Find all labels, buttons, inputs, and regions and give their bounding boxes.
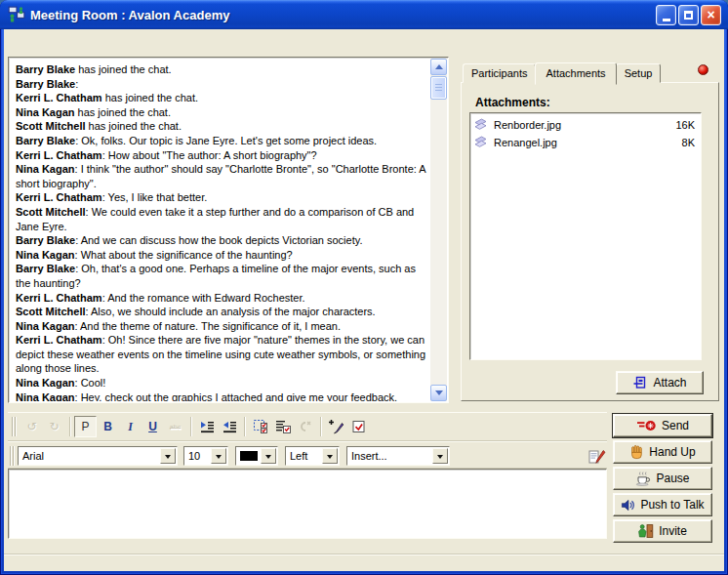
scroll-up-button[interactable] (430, 59, 447, 75)
push-to-talk-button[interactable]: Push to Talk (613, 493, 712, 516)
coffee-cup-icon (635, 471, 651, 486)
recording-indicator-dot (698, 64, 708, 75)
redo-button[interactable]: ↻ (43, 416, 65, 437)
chat-author: Nina Kagan (16, 391, 75, 401)
close-button[interactable]: × (701, 5, 721, 25)
checklist-button[interactable] (271, 416, 294, 437)
chat-message: Barry Blake: (16, 77, 426, 92)
strikethrough-button[interactable]: abc (164, 416, 186, 437)
insert-value: Insert... (347, 450, 431, 462)
font-size-select[interactable]: 10 (183, 446, 228, 466)
select-objects-button[interactable] (249, 416, 271, 437)
add-annotation-button[interactable] (325, 416, 347, 437)
chat-author: Kerri L. Chatham (16, 292, 102, 304)
underline-button[interactable]: U (142, 416, 164, 437)
chat-author: Nina Kagan (16, 249, 75, 261)
dropdown-arrow-icon[interactable] (432, 448, 448, 464)
toolbar-grip-handle[interactable] (10, 446, 15, 466)
chat-author: Kerri L. Chatham (16, 92, 102, 103)
dropdown-arrow-icon[interactable] (322, 448, 338, 464)
chat-message: Nina Kagan: Hey, check out the graphics … (16, 390, 426, 401)
attach-icon (632, 376, 648, 390)
scroll-down-button[interactable] (430, 385, 447, 401)
attach-button[interactable]: Attach (616, 371, 704, 394)
chat-message: Nina Kagan: Cool! (16, 376, 426, 390)
tab-setup[interactable]: Setup (616, 63, 662, 83)
paragraph-style-button[interactable]: P (74, 416, 97, 437)
attachment-row[interactable]: Renborder.jpg 16K (472, 116, 699, 134)
send-button[interactable]: Send (613, 414, 712, 437)
speaker-icon (621, 498, 635, 513)
undo-button[interactable]: ↺ (20, 416, 43, 437)
chat-author: Kerri L. Chatham (16, 334, 102, 346)
hand-icon (629, 444, 644, 460)
strikethrough-icon: abc (170, 424, 181, 431)
menu-item[interactable] (23, 38, 39, 44)
meeting-app-icon (8, 6, 25, 23)
checklist-icon (275, 419, 291, 434)
pause-button[interactable]: Pause (613, 467, 712, 490)
chat-message: Barry Blake has joined the chat. (16, 62, 426, 77)
menu-item[interactable] (8, 38, 23, 44)
chat-scrollbar[interactable] (430, 59, 447, 401)
font-color-select[interactable] (235, 446, 278, 466)
chat-author: Barry Blake (16, 63, 75, 75)
toolbar-grip-handle[interactable] (12, 417, 17, 436)
title-bar: Meeting Room : Avalon Academy × (0, 0, 728, 29)
hand-up-button[interactable]: Hand Up (613, 440, 712, 464)
font-family-select[interactable]: Arial (18, 446, 178, 466)
tab-participants[interactable]: Participants (463, 63, 536, 83)
menu-item[interactable] (55, 38, 70, 44)
toolbar-separator (69, 417, 70, 436)
send-button-label: Send (662, 419, 689, 432)
chat-text: : What about the significance of the hau… (75, 249, 293, 261)
chat-messages: Barry Blake has joined the chat.Barry Bl… (10, 59, 430, 401)
file-note-icon (474, 117, 490, 133)
chat-message: Nina Kagan has joined the chat. (16, 105, 426, 120)
minimize-button[interactable] (656, 5, 676, 25)
attachment-row[interactable]: Renangel.jpg 8K (472, 134, 699, 151)
chat-message: Kerri L. Chatham: Yes, I like that bette… (16, 190, 426, 205)
redo-icon: ↻ (49, 420, 59, 433)
edit-note-button[interactable] (586, 447, 607, 467)
pause-button-label: Pause (656, 472, 689, 485)
minimize-icon (663, 19, 670, 21)
toolbar-separator (320, 417, 321, 436)
push-to-talk-button-label: Push to Talk (640, 498, 704, 512)
italic-icon: I (128, 420, 133, 434)
insert-select[interactable]: Insert... (346, 446, 450, 466)
attachment-size: 8K (682, 137, 695, 148)
italic-button[interactable]: I (119, 416, 142, 437)
outdent-button[interactable] (218, 416, 240, 437)
chat-message: Barry Blake: Oh, that's a good one. Perh… (16, 262, 426, 290)
chat-text: : Also, we should include an analysis of… (86, 306, 376, 317)
chat-text: : How about "The author: A short biograp… (102, 149, 317, 161)
message-input[interactable] (8, 469, 607, 539)
dropdown-arrow-icon[interactable] (261, 448, 276, 464)
indent-button[interactable] (195, 416, 218, 437)
spellcheck-button[interactable] (347, 416, 370, 437)
menu-item[interactable] (39, 38, 55, 44)
chat-author: Barry Blake (16, 78, 75, 90)
chat-text: : Oh, that's a good one. Perhaps a timel… (16, 263, 416, 289)
chat-author: Barry Blake (16, 135, 75, 146)
chat-text: has joined the chat. (86, 120, 182, 132)
client-area: Barry Blake has joined the chat.Barry Bl… (4, 29, 724, 571)
menu-item[interactable] (70, 38, 86, 44)
tab-attachments[interactable]: Attachments (535, 62, 616, 85)
send-icon (636, 419, 657, 432)
alignment-select[interactable]: Left (285, 446, 340, 466)
dropdown-arrow-icon[interactable] (160, 448, 176, 464)
chat-text: has joined the chat. (75, 106, 171, 118)
dropdown-arrow-icon[interactable] (211, 448, 226, 464)
bold-button[interactable]: B (97, 416, 119, 437)
superscript-button[interactable] (294, 416, 316, 437)
invite-button[interactable]: Invite (613, 519, 712, 543)
chat-author: Nina Kagan (16, 320, 75, 332)
attachments-panel: Attachments: Renborder.jpg 16K Renangel.… (461, 82, 719, 401)
maximize-button[interactable] (678, 5, 699, 25)
menu-item[interactable] (86, 38, 101, 44)
scroll-thumb[interactable] (430, 76, 447, 100)
attachments-label: Attachments: (475, 96, 550, 109)
menu-item[interactable] (101, 38, 117, 44)
